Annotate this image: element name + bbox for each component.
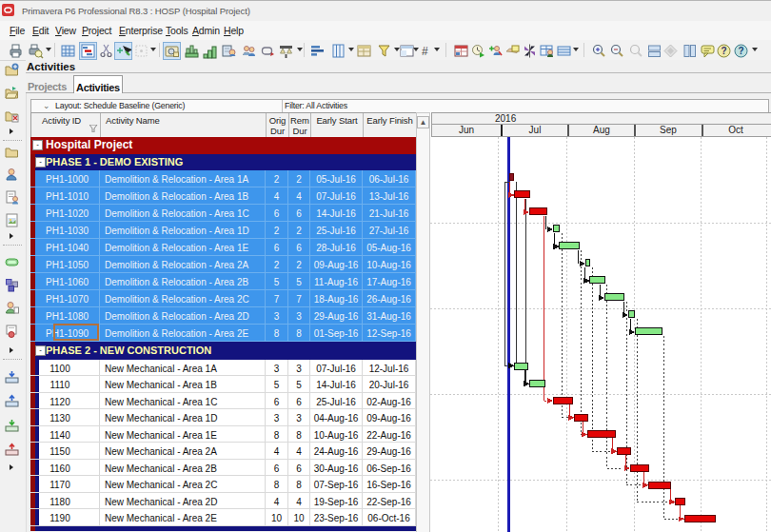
svg-text:Jun: Jun bbox=[459, 125, 474, 135]
svg-text:2016: 2016 bbox=[495, 113, 517, 124]
svg-text:Sep: Sep bbox=[660, 125, 677, 135]
svg-text:#: # bbox=[422, 45, 428, 58]
svg-text:?: ? bbox=[739, 46, 744, 56]
svg-text:?: ? bbox=[722, 46, 727, 56]
svg-text:Aug: Aug bbox=[593, 125, 610, 135]
svg-text:Oct: Oct bbox=[728, 125, 743, 135]
svg-text:Jul: Jul bbox=[529, 125, 542, 135]
